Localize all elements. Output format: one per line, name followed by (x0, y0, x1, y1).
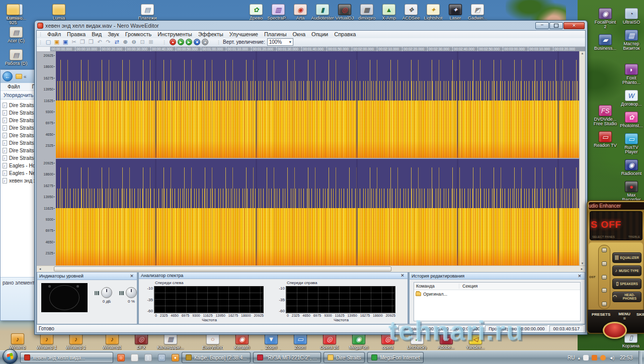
save-icon[interactable]: ▣ (61, 38, 69, 46)
breadcrumb[interactable] (16, 74, 27, 79)
enhancer-slider-column[interactable] (598, 245, 610, 309)
tray-expand-arrow[interactable] (578, 355, 581, 360)
undo-icon[interactable]: ↶ (96, 38, 104, 46)
show-desktop-button[interactable] (638, 351, 642, 364)
history-row[interactable]: Оригинал... (414, 290, 580, 298)
zoom-all-icon[interactable]: ⊞ (147, 38, 155, 46)
scroll-right-arrow[interactable]: ▸ (579, 266, 585, 272)
spectrogram-right-channel[interactable] (56, 158, 579, 265)
scroll-left-arrow[interactable]: ◂ (37, 266, 43, 272)
timeline-ruler[interactable]: 00:00:00.00000:00:10.00000:00:20.00000:0… (50, 47, 585, 51)
clock[interactable]: 22:53 (617, 355, 635, 360)
menu-item[interactable]: Вид (89, 31, 105, 37)
maximize-button[interactable] (549, 22, 563, 29)
headphones-button[interactable]: ◠ HEAD- PHONES (612, 292, 641, 302)
menu-item[interactable]: Громкость (122, 31, 154, 37)
app-icon[interactable]: ▭ Readon TV (593, 131, 618, 148)
app-icon[interactable]: ▭ RusTV Player (619, 133, 644, 154)
play-button[interactable]: ▶ (178, 39, 184, 45)
menu-item[interactable]: Плагины (261, 31, 290, 37)
start-button[interactable] (3, 349, 18, 364)
app-icon[interactable]: ● Max Recorder (619, 181, 644, 202)
zoom-out-icon[interactable]: ⊖ (130, 38, 138, 46)
equalizer-button[interactable]: ||| EQUALIZER (612, 252, 641, 263)
copy-icon[interactable]: ❐ (78, 38, 87, 46)
tray-app-icon[interactable] (592, 355, 597, 360)
app-icon[interactable]: FS DVDVide... Free Studio (593, 105, 618, 126)
column-header[interactable]: Команда (414, 284, 459, 289)
pinned-app-icon[interactable]: ● (172, 354, 179, 361)
redo-icon[interactable]: ↷ (104, 38, 112, 46)
close-icon[interactable] (399, 273, 406, 278)
title-bar[interactable]: хевен энд хелл видак.wav - Nero WaveEdit… (36, 21, 586, 30)
menu-item[interactable]: Опции (308, 31, 331, 37)
spectrogram-left-channel[interactable] (56, 51, 579, 158)
horizontal-scrollbar[interactable]: ◂ ▸ (37, 265, 585, 272)
menu-item[interactable]: Справка (331, 31, 359, 37)
slider-knob[interactable] (602, 275, 607, 280)
app-icon[interactable]: ◉ Radiocent (619, 159, 644, 176)
power-button[interactable] (603, 322, 627, 339)
taskbar-button[interactable]: MegaFon Internet (367, 352, 424, 363)
pause-button[interactable]: ● (202, 39, 208, 45)
language-indicator[interactable]: RU (568, 355, 575, 360)
back-button[interactable] (3, 71, 13, 81)
zoom-in-icon[interactable]: ⊕ (121, 38, 129, 46)
new-file-icon[interactable]: ▢ (44, 38, 52, 46)
pinned-app-icon[interactable]: ▭ (158, 354, 166, 361)
tray-app-icon[interactable] (600, 355, 606, 360)
menu-item[interactable]: Инструменты (154, 31, 195, 37)
menu-item[interactable]: Улучшение (226, 31, 261, 37)
menu-item[interactable]: Правка (64, 31, 89, 37)
drive-d-icon[interactable]: ▤ Работа (D) (2, 49, 30, 66)
volume-icon[interactable] (609, 355, 614, 360)
gain-knob[interactable] (101, 287, 112, 298)
taskbar-button-active[interactable]: хевен энд хелл вида... (20, 352, 113, 363)
slider-knob[interactable] (602, 261, 607, 266)
slider-knob[interactable] (602, 248, 607, 252)
document-icon[interactable]: W Договор... (619, 90, 644, 107)
cut-icon[interactable]: ✂ (70, 38, 78, 46)
pinned-app-icon[interactable]: ▯ (144, 354, 152, 361)
close-icon[interactable] (129, 274, 135, 279)
app-icon[interactable]: ◔ UltraISO (619, 8, 644, 25)
stop-button[interactable]: ■ (194, 39, 200, 45)
marker-icon[interactable]: ⇄ (113, 38, 121, 46)
tray-mouse-icon[interactable] (583, 355, 589, 360)
taskbar-button[interactable]: "ЯУЗА МП-221С-2", ... (253, 352, 320, 363)
pinned-app-icon[interactable]: ♘ (131, 354, 138, 361)
open-file-icon[interactable]: ▣ (53, 38, 61, 46)
scrollbar-thumb[interactable] (54, 266, 391, 271)
speakers-button[interactable]: ▯ SPEAKERS (612, 279, 641, 289)
menu-item[interactable]: Звук (105, 31, 122, 37)
pinned-app-icon[interactable]: ◎ (117, 354, 125, 361)
menu-item[interactable]: Файл (44, 31, 64, 37)
app-icon[interactable]: ▰ Business... (593, 34, 618, 51)
menu-item[interactable]: Файл (5, 84, 23, 89)
record-button[interactable]: ● (170, 39, 176, 45)
menu-item[interactable]: Эффекты (195, 31, 226, 37)
minimize-button[interactable] (535, 22, 549, 29)
zoom-selection-icon[interactable]: ⊡ (138, 38, 146, 46)
slider-knob[interactable] (602, 288, 607, 293)
app-icon[interactable]: ▥ Мастер Визиток (619, 30, 644, 51)
organize-dropdown[interactable]: Упорядочить (4, 93, 37, 98)
skins-button[interactable]: SKINS (636, 312, 644, 317)
folder-icon[interactable]: Lumia 925 (4, 4, 22, 25)
menu-button[interactable]: MENU (618, 312, 630, 320)
pan-knob[interactable] (126, 287, 137, 298)
column-header[interactable]: Секция (459, 284, 580, 289)
paste-icon[interactable]: ❒ (87, 38, 95, 46)
presets-button[interactable]: PRESETS (592, 312, 610, 317)
taskbar-button[interactable]: Dire Straits (324, 352, 365, 363)
app-icon[interactable]: ✿ PhotoInst... (619, 112, 644, 128)
menu-item[interactable]: Окна (290, 31, 309, 37)
zoom-level-select[interactable]: 100% (267, 38, 293, 46)
app-icon[interactable]: ◗ Foxit Phanto... (619, 64, 644, 85)
slider-knob[interactable] (602, 302, 607, 306)
vertical-scrollbar[interactable]: ▲▼ (579, 51, 585, 265)
close-icon[interactable] (577, 274, 583, 279)
drive-c-icon[interactable]: ▤ Acer (C) (2, 27, 30, 43)
play-selection-button[interactable]: ▶ (186, 39, 192, 45)
taskbar-button[interactable]: Кафе, Баров] (2.38.4... (182, 352, 251, 363)
